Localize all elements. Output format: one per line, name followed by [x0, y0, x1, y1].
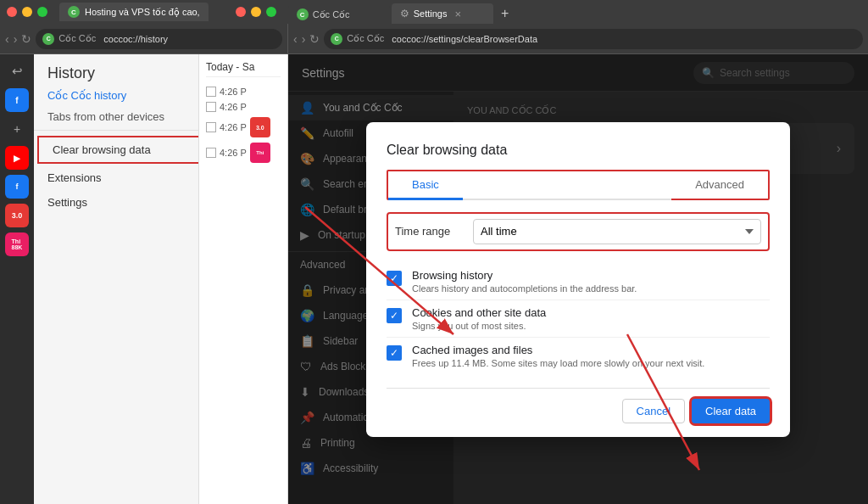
window-chrome: C Hosting và VPS tốc độ cao, C Cốc Cốc ⚙… — [0, 0, 868, 504]
maximize-button[interactable] — [37, 7, 47, 17]
browsing-desc: Clears history and autocompletions in th… — [412, 283, 637, 294]
time-range-select[interactable]: All time — [473, 219, 761, 244]
forward-button-left[interactable]: › — [14, 32, 18, 46]
address-bar-left[interactable]: C Cốc Cốc coccoc://history — [36, 29, 282, 49]
cookies-desc: Signs you out of most sites. — [412, 321, 546, 331]
checkbox-cookies-text: Cookies and other site data Signs you ou… — [412, 306, 546, 331]
left-panel: ↩ f + ▶ f 3.0 Thi88K History Cốc Cốc his… — [0, 54, 288, 504]
checkbox-browsing-text: Browsing history Clears history and auto… — [412, 269, 637, 294]
history-entry-4: 4:26 P Thi — [206, 140, 281, 165]
checkbox-browsing-input[interactable]: ✓ — [387, 271, 402, 286]
tab-basic[interactable]: Basic — [388, 171, 463, 200]
address-bar-right[interactable]: C Cốc Cốc coccoc://settings/clearBrowser… — [324, 29, 863, 49]
history-entry-3: 4:26 P 3.0 — [206, 115, 281, 140]
browsing-title: Browsing history — [412, 269, 637, 282]
entry-checkbox-1[interactable] — [206, 87, 216, 97]
tab-coccoc-icon: C — [297, 8, 309, 20]
history-entry-1: 4:26 P — [206, 84, 281, 99]
maximize-button-2[interactable] — [266, 7, 276, 17]
site-icon-right: C — [331, 33, 342, 45]
tab-settings-title: Settings — [414, 8, 448, 19]
back-button-right[interactable]: ‹ — [293, 32, 298, 46]
minimize-button[interactable] — [22, 7, 32, 17]
entry-app-icon-3: 3.0 — [250, 117, 270, 137]
time-range-row: Time range All time — [387, 212, 770, 251]
close-button[interactable] — [7, 7, 17, 17]
clear-data-modal: Clear browsing data Basic Advanced Time … — [366, 122, 790, 437]
tab-settings-close[interactable]: × — [454, 8, 461, 20]
tab-divider — [463, 171, 671, 200]
cookies-title: Cookies and other site data — [412, 306, 546, 319]
right-panel: Settings 🔍 Search settings 👤 You and Cốc… — [288, 54, 868, 504]
refresh-button-left[interactable]: ↻ — [21, 32, 31, 46]
cancel-button[interactable]: Cancel — [622, 399, 685, 423]
tab-history-title: Hosting và VPS tốc độ cao, — [85, 7, 200, 18]
minimize-button-2[interactable] — [251, 7, 261, 17]
sidebar-thi-icon[interactable]: Thi88K — [5, 232, 29, 256]
settings-link-label: Settings — [47, 196, 87, 209]
checkbox-cookies-input[interactable]: ✓ — [387, 308, 402, 323]
site-icon-left: C — [42, 33, 54, 45]
entry-checkbox-3[interactable] — [206, 122, 216, 132]
modal-title: Clear browsing data — [387, 143, 770, 158]
clear-data-button[interactable]: Clear data — [692, 399, 770, 423]
today-panel: Today - Sa 4:26 P 4:26 P 4:26 P 3.0 4:26… — [198, 54, 287, 504]
modal-footer: Cancel Clear data — [387, 388, 770, 423]
cache-desc: Frees up 11.4 MB. Some sites may load mo… — [412, 358, 704, 368]
today-header: Today - Sa — [206, 61, 281, 77]
url-left: coccoc://history — [103, 34, 168, 44]
modal-overlay: Clear browsing data Basic Advanced Time … — [288, 54, 868, 504]
tab-advanced[interactable]: Advanced — [671, 171, 768, 199]
checkbox-cookies: ✓ Cookies and other site data Signs you … — [387, 300, 770, 338]
modal-tabs-container: Basic Advanced — [387, 170, 770, 200]
forward-button-right[interactable]: › — [302, 32, 306, 46]
sidebar-add-icon[interactable]: + — [5, 117, 29, 141]
entry-checkbox-2[interactable] — [206, 102, 216, 112]
sidebar-facebook-icon[interactable]: f — [5, 88, 29, 112]
tab-history-icon: C — [68, 6, 80, 18]
entry-checkbox-4[interactable] — [206, 148, 216, 158]
site-name-left: Cốc Cốc — [58, 33, 96, 44]
refresh-button-right[interactable]: ↻ — [309, 32, 320, 46]
extensions-label: Extensions — [47, 171, 102, 184]
sidebar-fb2-icon[interactable]: f — [5, 175, 29, 199]
back-button-left[interactable]: ‹ — [5, 32, 9, 46]
tab-history[interactable]: C Hosting và VPS tốc độ cao, — [59, 3, 209, 21]
site-name-right: Cốc Cốc — [347, 33, 384, 44]
sidebar-history-icon[interactable]: ↩ — [5, 59, 29, 83]
url-right: coccoc://settings/clearBrowserData — [392, 34, 537, 44]
clear-browsing-label: Clear browsing data — [53, 143, 151, 156]
checkbox-cache-input[interactable]: ✓ — [387, 345, 402, 361]
browser-chrome: C Hosting và VPS tốc độ cao, C Cốc Cốc ⚙… — [0, 0, 868, 54]
history-entry-2: 4:26 P — [206, 99, 281, 115]
tab-coccoc-title: Cốc Cốc — [313, 9, 350, 20]
new-tab-button[interactable]: + — [495, 3, 515, 24]
cache-title: Cached images and files — [412, 344, 704, 356]
browser-sidebar: ↩ f + ▶ f 3.0 Thi88K — [0, 54, 34, 504]
checkbox-cache: ✓ Cached images and files Frees up 11.4 … — [387, 338, 770, 374]
time-range-label: Time range — [395, 225, 463, 238]
tab-settings-icon: ⚙ — [400, 8, 409, 20]
tab-settings[interactable]: ⚙ Settings × — [392, 3, 493, 24]
checkbox-list: ✓ Browsing history Clears history and au… — [387, 263, 770, 374]
close-button-2[interactable] — [236, 7, 246, 17]
sidebar-app1-icon[interactable]: 3.0 — [5, 204, 29, 227]
checkbox-browsing-history: ✓ Browsing history Clears history and au… — [387, 263, 770, 300]
tab-coccoc[interactable]: C Cốc Cốc — [288, 5, 390, 24]
checkbox-cache-text: Cached images and files Frees up 11.4 MB… — [412, 344, 704, 368]
entry-app-icon-4: Thi — [250, 143, 270, 163]
sidebar-youtube-icon[interactable]: ▶ — [5, 146, 29, 170]
